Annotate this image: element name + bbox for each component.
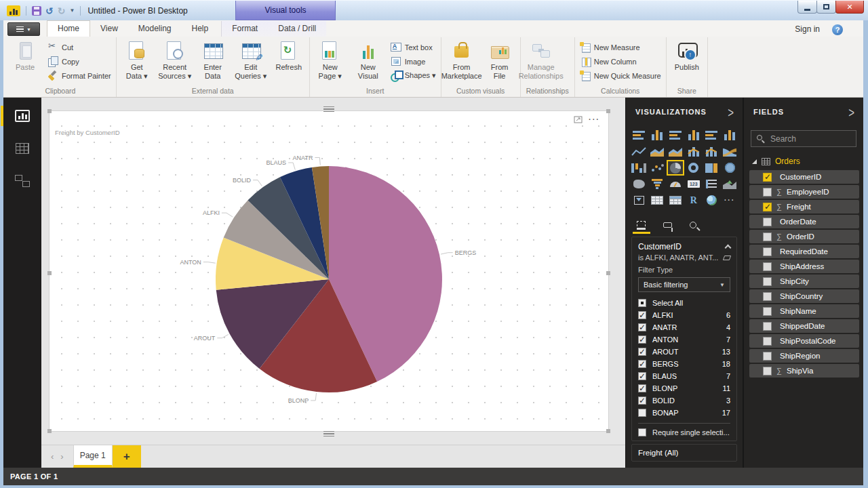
redo-icon[interactable]: ↻: [58, 6, 66, 16]
maximize-button[interactable]: [816, 1, 836, 14]
donut-chart-icon[interactable]: [685, 160, 703, 176]
require-single-selection-row[interactable]: Require single selecti...: [638, 428, 730, 436]
pie-chart-icon[interactable]: [667, 160, 684, 176]
line-and-stacked-column-chart-icon[interactable]: [685, 144, 703, 159]
file-menu-button[interactable]: ▼: [7, 22, 40, 36]
checkbox-icon[interactable]: [763, 188, 772, 197]
filter-item-bergs[interactable]: BERGS18: [638, 358, 730, 370]
filter-item-bonap[interactable]: BONAP17: [638, 407, 730, 419]
field-item-orderid[interactable]: ∑OrderID: [749, 230, 859, 243]
help-icon[interactable]: ?: [832, 24, 843, 35]
resize-handle[interactable]: [47, 429, 52, 433]
map-icon[interactable]: [721, 160, 738, 176]
multi-row-card-icon[interactable]: [703, 176, 721, 192]
funnel-chart-icon[interactable]: [648, 176, 666, 192]
search-input[interactable]: [751, 130, 856, 147]
enter-data-button[interactable]: EnterData: [194, 37, 232, 80]
100-stacked-column-chart-icon[interactable]: [721, 127, 738, 143]
format-painter-button[interactable]: Format Painter: [45, 68, 113, 83]
checkbox-icon[interactable]: [638, 311, 646, 319]
close-button[interactable]: ✕: [835, 1, 864, 14]
shapes-button[interactable]: Shapes ▾: [389, 68, 438, 83]
field-item-shippeddate[interactable]: ∑ShippedDate: [749, 319, 859, 333]
tab-data-drill[interactable]: Data / Drill: [268, 21, 326, 37]
gauge-icon[interactable]: [667, 176, 684, 192]
manage-relationships-button[interactable]: ManageRelationships: [522, 37, 560, 80]
edit-queries-button[interactable]: EditQueries ▾: [232, 37, 270, 80]
resize-handle[interactable]: [606, 429, 610, 433]
drag-handle-bottom[interactable]: [323, 431, 334, 436]
copy-button[interactable]: Copy: [45, 54, 113, 68]
filter-item-arout[interactable]: AROUT13: [638, 346, 730, 358]
checkbox-icon[interactable]: [638, 372, 646, 380]
prev-page-arrow[interactable]: ‹: [51, 451, 54, 462]
field-item-shipcountry[interactable]: ∑ShipCountry: [749, 289, 859, 303]
format-tab[interactable]: [663, 216, 672, 234]
filled-map-icon[interactable]: [630, 176, 648, 192]
r-script-visual-icon[interactable]: R: [685, 192, 703, 208]
resize-handle[interactable]: [606, 271, 610, 275]
collapse-filter-icon[interactable]: [725, 245, 732, 251]
checkbox-icon[interactable]: [763, 367, 772, 375]
checkbox-icon[interactable]: [763, 247, 772, 256]
field-item-shipaddress[interactable]: ∑ShipAddress: [749, 260, 859, 273]
scatter-chart-icon[interactable]: [648, 160, 666, 176]
field-item-shipcity[interactable]: ∑ShipCity: [749, 274, 859, 288]
more-options-icon[interactable]: ···: [589, 115, 600, 123]
filter-card-freight[interactable]: Freight (All): [631, 444, 737, 462]
report-canvas[interactable]: Freight by CustomerID BERGSBLONPAROUTANT…: [41, 98, 625, 445]
recent-sources-button[interactable]: RecentSources ▾: [156, 37, 194, 80]
analytics-tab[interactable]: [690, 216, 696, 234]
checkbox-icon[interactable]: [638, 396, 646, 405]
ribbon-chart-icon[interactable]: [721, 144, 738, 159]
checkbox-icon[interactable]: [638, 360, 646, 368]
slicer-icon[interactable]: [630, 192, 648, 208]
expand-triangle-icon[interactable]: [752, 159, 757, 164]
get-data-button[interactable]: GetData ▾: [118, 37, 156, 80]
checkbox-icon[interactable]: [638, 409, 646, 417]
new-quick-measure-button[interactable]: New Quick Measure: [578, 68, 663, 83]
waterfall-chart-icon[interactable]: [630, 160, 648, 176]
sign-in-link[interactable]: Sign in: [795, 24, 820, 34]
checkbox-icon[interactable]: [638, 299, 646, 307]
new-page-tab-button[interactable]: +: [113, 445, 141, 468]
undo-icon[interactable]: ↺: [45, 6, 54, 16]
checkbox-icon[interactable]: [763, 218, 772, 226]
kpi-icon[interactable]: [721, 176, 738, 192]
text-box-button[interactable]: Text box: [389, 40, 438, 54]
checkbox-icon[interactable]: [763, 232, 772, 241]
cut-button[interactable]: Cut: [45, 40, 113, 54]
new-measure-button[interactable]: New Measure: [578, 40, 663, 54]
filter-item-anton[interactable]: ANTON7: [638, 333, 730, 346]
save-icon[interactable]: [32, 6, 41, 16]
field-item-customerid[interactable]: ∑CustomerID: [749, 170, 859, 184]
page-tab[interactable]: Page 1: [73, 445, 113, 468]
tab-home[interactable]: Home: [47, 20, 90, 37]
tab-format[interactable]: Format: [222, 21, 268, 37]
require-single-selection-checkbox[interactable]: [638, 428, 646, 436]
clustered-bar-chart-icon[interactable]: [667, 127, 684, 143]
customize-toolbar-arrow[interactable]: ▼: [69, 7, 75, 14]
new-column-button[interactable]: New Column: [578, 54, 663, 68]
checkbox-icon[interactable]: [763, 277, 772, 286]
tab-modeling[interactable]: Modeling: [128, 21, 182, 37]
filter-item-blaus[interactable]: BLAUS7: [638, 370, 730, 382]
checkbox-icon[interactable]: [638, 336, 646, 344]
checkbox-icon[interactable]: [763, 203, 772, 211]
table-node-orders[interactable]: Orders: [744, 148, 863, 170]
filter-item-anatr[interactable]: ANATR4: [638, 321, 730, 333]
field-item-shipregion[interactable]: ∑ShipRegion: [749, 349, 859, 363]
checkbox-icon[interactable]: [763, 352, 772, 361]
line-chart-icon[interactable]: [630, 144, 648, 159]
stacked-area-chart-icon[interactable]: [667, 144, 684, 159]
field-item-freight[interactable]: ∑Freight: [749, 200, 859, 214]
checkbox-icon[interactable]: [638, 384, 646, 392]
resize-handle[interactable]: [606, 109, 610, 113]
checkbox-icon[interactable]: [638, 348, 646, 356]
stacked-column-chart-icon[interactable]: [648, 127, 666, 143]
filter-item-blonp[interactable]: BLONP11: [638, 382, 730, 394]
collapse-pane-icon[interactable]: >: [848, 104, 855, 120]
tab-help[interactable]: Help: [182, 21, 219, 37]
field-item-shipname[interactable]: ∑ShipName: [749, 304, 859, 318]
arcgis-map-icon[interactable]: [703, 192, 721, 208]
